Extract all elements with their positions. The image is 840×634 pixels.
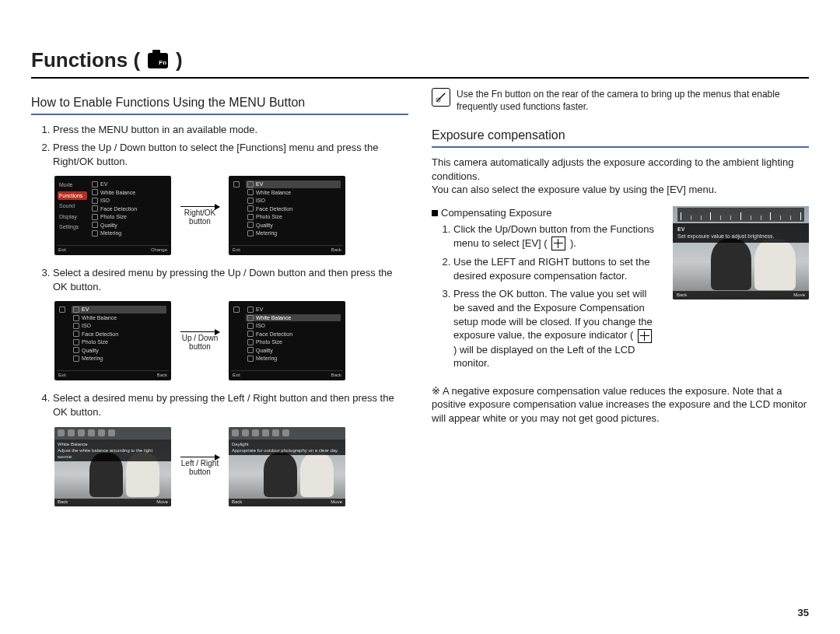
menu4-right-size: Photo Size: [246, 338, 341, 345]
ev-screenshot: EV Set exposure value to adjust brightne…: [673, 206, 809, 299]
menu1-right-quality: Quality: [90, 222, 166, 229]
reference-mark-icon: ※: [432, 385, 440, 397]
menu1-right-size: Photo Size: [90, 213, 166, 220]
wb1-caption: Adjust the white balance according to th…: [58, 447, 168, 460]
left-step-4: Select a desired menu by pressing the Le…: [53, 391, 408, 419]
right-step-1: Click the Up/Down button from the Functi…: [453, 222, 659, 250]
menu3-right-size: Photo Size: [72, 338, 166, 345]
menu1-left-functions: Functions: [58, 191, 87, 200]
wb1-foot-left: Back: [58, 499, 68, 505]
menu1-right-iso: ISO: [90, 197, 166, 204]
menu4-foot-right: Back: [331, 372, 341, 378]
menu2-right-face: Face Detection: [246, 205, 341, 212]
ev-plusminus-icon: [551, 236, 565, 250]
menu-screenshot-1: Mode Functions Sound Display Settings EV…: [54, 176, 171, 255]
wb-icon: [58, 429, 65, 436]
menu2-right-metering: Metering: [246, 229, 341, 236]
right-step-3: Press the OK button. The value you set w…: [453, 287, 659, 370]
menu-screenshot-4: EV White Balance ISO Face Detection Phot…: [229, 301, 345, 380]
left-step-3: Select a desired menu by pressing the Up…: [53, 266, 408, 293]
right-intro-1: This camera automatically adjusts the ex…: [432, 156, 809, 183]
screens-row-1: Mode Functions Sound Display Settings EV…: [54, 176, 408, 255]
menu2-right-ev: EV: [246, 180, 341, 187]
menu2-cam-icon: [232, 180, 243, 188]
arrow-icon: [180, 331, 219, 332]
menu4-right-ev: EV: [246, 306, 341, 313]
page-title-suffix: ): [176, 47, 183, 74]
menu2-foot-right: Back: [331, 247, 341, 253]
left-steps-1-2: Press the MENU button in an available mo…: [31, 123, 408, 169]
menu4-foot-left: Exit: [233, 372, 240, 378]
menu3-right-iso: ISO: [72, 322, 166, 329]
arrow-right-ok: Right/OK button: [180, 206, 219, 226]
menu3-cam-icon: [58, 306, 68, 313]
menu3-right-metering: Metering: [72, 355, 166, 362]
menu2-right-iso: ISO: [246, 197, 341, 204]
wb2-foot-left: Back: [232, 499, 242, 505]
menu4-right-wb: White Balance: [246, 314, 341, 321]
menu3-foot-left: Exit: [58, 372, 66, 378]
arrow-up-down: Up / Down button: [180, 331, 219, 351]
menu-screenshot-2: EV White Balance ISO Face Detection Phot…: [229, 176, 345, 255]
wb2-foot-right: Move: [331, 499, 342, 505]
left-steps-3: Select a desired menu by pressing the Up…: [31, 266, 408, 293]
right-column: Use the Fn button on the rear of the cam…: [432, 88, 809, 517]
tip-text: Use the Fn button on the rear of the cam…: [457, 88, 809, 113]
bullet-icon: [432, 210, 438, 216]
arrow-icon: [180, 206, 219, 207]
right-steps: Click the Up/Down button from the Functi…: [432, 222, 659, 370]
left-steps-4: Select a desired menu by pressing the Le…: [31, 391, 408, 419]
menu3-foot-right: Back: [157, 372, 167, 378]
menu4-right-iso: ISO: [246, 322, 341, 329]
menu2-right-quality: Quality: [246, 222, 341, 229]
menu-screenshot-3: EV White Balance ISO Face Detection Phot…: [54, 301, 171, 380]
ev-foot-left: Back: [677, 292, 687, 298]
menu1-right-wb: White Balance: [90, 189, 166, 196]
screens-row-2: EV White Balance ISO Face Detection Phot…: [54, 301, 408, 380]
menu1-left-display: Display: [58, 212, 87, 221]
menu2-foot-left: Exit: [233, 247, 240, 253]
ev-plusminus-icon: [638, 329, 652, 343]
menu1-left-settings: Settings: [58, 222, 87, 231]
menu4-cam-icon: [232, 306, 243, 313]
screens-row-3: White Balance Adjust the white balance a…: [54, 427, 408, 506]
menu3-right-ev: EV: [72, 306, 166, 313]
wb-screenshot-2: Daylight Appropriate for outdoor photogr…: [229, 427, 345, 506]
right-step-2: Use the LEFT and RIGHT buttons to set th…: [453, 255, 659, 282]
wb2-title: Daylight: [232, 441, 342, 447]
exposure-note: ※ A negative exposure compensation value…: [432, 384, 809, 426]
left-step-2: Press the Up / Down button to select the…: [53, 141, 408, 168]
page-title: Functions ( ): [31, 47, 809, 79]
wb-screenshot-1: White Balance Adjust the white balance a…: [54, 427, 171, 506]
menu4-right-metering: Metering: [246, 355, 341, 362]
arrow-left-right: Left / Right button: [180, 457, 219, 476]
ev-label: EV: [677, 226, 804, 233]
page-number: 35: [798, 606, 809, 620]
menu1-foot-left: Exit: [58, 247, 66, 253]
right-intro-2: You can also select the exposure value b…: [432, 183, 809, 197]
menu3-right-quality: Quality: [72, 347, 166, 354]
ev-scale: [677, 208, 804, 222]
camera-fn-icon: [148, 53, 168, 68]
wb1-title: White Balance: [58, 441, 168, 447]
ev-foot-right: Move: [793, 292, 805, 298]
page-title-text: Functions (: [31, 47, 140, 74]
wb2-caption: Appropriate for outdoor photography on a…: [232, 447, 342, 454]
arrow-icon: [180, 457, 219, 457]
menu1-foot-right: Change: [151, 247, 167, 253]
wb-icon: [232, 429, 239, 436]
menu1-right-face: Face Detection: [90, 205, 166, 212]
menu3-right-wb: White Balance: [72, 314, 166, 321]
tip-box: Use the Fn button on the rear of the cam…: [432, 88, 809, 113]
menu3-right-face: Face Detection: [72, 331, 166, 338]
left-heading: How to Enable Functions Using the MENU B…: [31, 94, 408, 115]
right-heading: Exposure compensation: [432, 127, 809, 148]
menu1-left-mode: Mode: [58, 180, 87, 189]
menu2-right-wb: White Balance: [246, 189, 341, 196]
left-step-1: Press the MENU button in an available mo…: [53, 123, 408, 137]
menu1-left-sound: Sound: [58, 201, 87, 210]
menu1-right-ev: EV: [90, 180, 166, 187]
left-column: How to Enable Functions Using the MENU B…: [31, 88, 408, 517]
menu2-right-size: Photo Size: [246, 213, 341, 220]
note-icon: [432, 88, 450, 107]
